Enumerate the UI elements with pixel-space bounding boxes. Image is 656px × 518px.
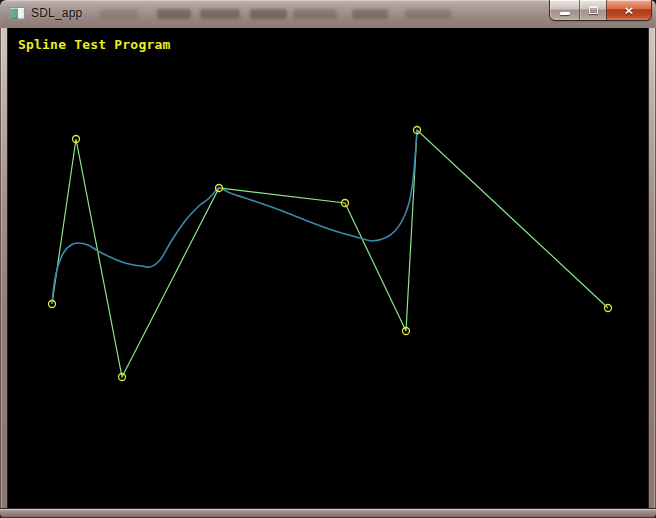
ghost-menu-smudge — [200, 9, 240, 19]
window-resize-edge-left[interactable] — [0, 28, 8, 508]
sdl-window-icon[interactable] — [9, 7, 25, 20]
window-resize-edge-bottom[interactable] — [0, 508, 656, 518]
maximize-button[interactable] — [579, 0, 606, 20]
ghost-menu-smudge — [352, 9, 388, 19]
close-button[interactable]: × — [606, 0, 651, 20]
ghost-menu-smudge — [293, 9, 337, 19]
ghost-menu-smudge — [100, 9, 138, 19]
spline-curve — [52, 130, 417, 304]
ghost-menu-smudge — [405, 9, 451, 19]
ghost-menu-smudge — [157, 9, 191, 19]
maximize-icon — [589, 6, 598, 14]
ghost-menu-smudge — [250, 9, 287, 19]
control-polyline — [52, 130, 608, 377]
spline-canvas[interactable]: Spline Test Program — [8, 28, 648, 508]
minimize-button[interactable] — [550, 0, 579, 20]
sdl-app-window: SDL_app × Spline Test Program — [0, 0, 656, 518]
close-icon: × — [625, 3, 634, 17]
titlebar[interactable]: SDL_app × — [0, 0, 656, 28]
window-resize-edge-right[interactable] — [648, 28, 656, 508]
window-title: SDL_app — [31, 6, 82, 20]
caption-button-group: × — [550, 0, 651, 20]
spline-canvas-svg[interactable] — [8, 28, 648, 508]
minimize-icon — [560, 12, 570, 15]
